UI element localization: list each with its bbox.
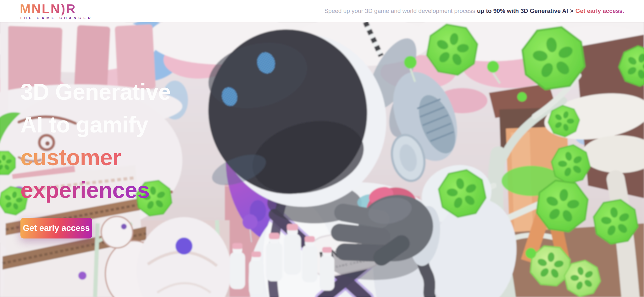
hero-heading-line1: 3D Generative (20, 76, 171, 108)
hero-section: MNLN)R THE GAME CHANGER (0, 22, 644, 297)
hero-content: 3D Generative AI to gamify customer expe… (0, 22, 644, 297)
promo-bold-text: up to 90% with 3D Generative AI (477, 8, 568, 14)
brand-logo[interactable]: MNLN)R THE GAME CHANGER (20, 3, 93, 20)
site-header: MNLN)R THE GAME CHANGER Speed up your 3D… (0, 0, 644, 22)
brand-logo-text: MNLN)R (20, 3, 93, 15)
brand-logo-tagline: THE GAME CHANGER (20, 16, 93, 20)
landing-page: MNLN)R THE GAME CHANGER Speed up your 3D… (0, 0, 644, 297)
hero-heading-line3: customer (20, 141, 121, 174)
hero-heading-line4: experiences (20, 174, 150, 206)
hero-heading: 3D Generative AI to gamify customer expe… (20, 76, 171, 206)
promo-muted-text: Speed up your 3D game and world developm… (324, 8, 475, 14)
header-get-early-access-link[interactable]: Get early access. (575, 8, 624, 14)
chevron-right-icon: > (570, 8, 574, 14)
header-promo-line: Speed up your 3D game and world developm… (324, 8, 624, 14)
hero-heading-line2: AI to gamify (20, 108, 171, 141)
get-early-access-button[interactable]: Get early access (20, 218, 92, 238)
